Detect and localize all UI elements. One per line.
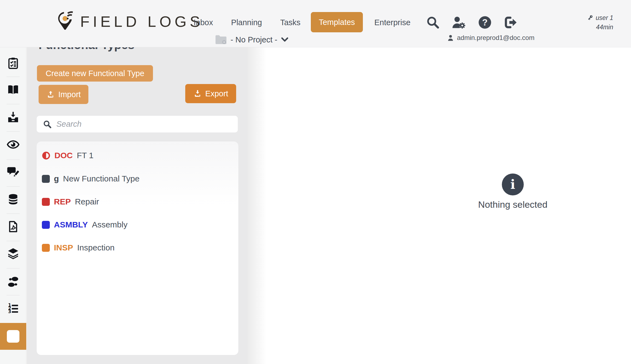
logo-text: FIELD LOGS: [80, 13, 203, 30]
list-item-functional-type[interactable]: ASMBLY Assembly: [37, 218, 238, 231]
type-code: DOC: [54, 151, 73, 160]
sidebar-item-checklist[interactable]: [0, 55, 26, 71]
sidebar-item-layers[interactable]: [0, 245, 26, 261]
shoe-prints-icon: [7, 276, 19, 288]
list-item-functional-type[interactable]: REP Repair: [37, 195, 238, 208]
key-icon: [586, 14, 594, 21]
type-color-swatch: [42, 175, 50, 183]
search-icon-small: [43, 120, 52, 129]
type-name: Repair: [75, 197, 99, 206]
app-root: FIELD LOGS Inbox Planning Tasks Template…: [0, 0, 631, 364]
project-folder-icon: [215, 34, 227, 45]
user-settings-icon[interactable]: [451, 15, 467, 30]
functional-type-icon: [7, 330, 19, 343]
empty-state-text: Nothing selected: [458, 199, 568, 210]
account-email-row: admin.preprod1@doc.com: [447, 34, 534, 42]
nav-tasks[interactable]: Tasks: [280, 17, 300, 28]
functional-types-panel: Functional Types Create new Functional T…: [27, 0, 248, 364]
nav-enterprise[interactable]: Enterprise: [374, 17, 410, 28]
sidebar-item-ordered-list[interactable]: 1 2 3: [0, 301, 26, 317]
layers-icon: [7, 247, 19, 259]
sidebar-divider: [7, 186, 20, 187]
sidebar-item-handbook[interactable]: [0, 82, 26, 98]
type-code: INSP: [54, 243, 73, 252]
session-duration: 44min: [586, 22, 613, 32]
topbar: FIELD LOGS Inbox Planning Tasks Template…: [0, 0, 631, 47]
account-email: admin.preprod1@doc.com: [457, 34, 534, 42]
file-pdf-icon: [7, 220, 19, 233]
nav-inbox[interactable]: Inbox: [194, 17, 213, 28]
fieldlogs-logo: FIELD LOGS: [56, 10, 203, 32]
search-icon[interactable]: [426, 15, 440, 30]
sidebar-divider: [7, 268, 20, 268]
sidebar-item-functional-types-active[interactable]: [0, 323, 26, 350]
open-book-icon: [7, 83, 19, 96]
sidebar-divider: [7, 241, 20, 241]
help-icon[interactable]: ?: [478, 15, 492, 30]
sidebar-item-comments-edit[interactable]: [0, 164, 26, 180]
nav-planning[interactable]: Planning: [231, 17, 262, 28]
checklist-icon: [7, 57, 19, 70]
type-name: Assembly: [92, 220, 128, 229]
type-color-swatch: [42, 244, 50, 252]
list-item-functional-type[interactable]: INSP Inspection: [37, 241, 238, 254]
session-user: user 1: [596, 13, 613, 22]
sidebar-item-pdf[interactable]: [0, 218, 26, 235]
comment-edit-icon: [7, 166, 19, 178]
person-icon: [447, 34, 454, 42]
list-item-functional-type[interactable]: DOC FT 1: [37, 149, 238, 162]
detail-area: i Nothing selected: [248, 0, 631, 364]
svg-text:?: ?: [482, 18, 488, 27]
chevron-down-icon: [280, 36, 289, 43]
sidebar-divider: [7, 131, 20, 132]
import-button[interactable]: Import: [39, 85, 88, 104]
download-icon: [193, 89, 202, 98]
sidebar-divider: [7, 160, 20, 160]
import-button-label: Import: [58, 90, 81, 99]
type-name: New Functional Type: [63, 174, 140, 183]
eye-icon: [7, 138, 19, 151]
type-color-swatch: [42, 221, 50, 229]
type-code: g: [54, 174, 59, 183]
session-info: user 1 44min: [586, 13, 613, 32]
sidebar-item-inbox-import[interactable]: [0, 109, 26, 125]
database-icon: [7, 193, 19, 206]
sidebar-item-footsteps[interactable]: [0, 274, 26, 290]
export-button-label: Export: [205, 89, 228, 98]
sidebar-divider: [7, 213, 20, 214]
export-button[interactable]: Export: [185, 84, 236, 103]
nav-templates-active[interactable]: Templates: [311, 12, 363, 32]
project-selector-label: - No Project -: [231, 35, 277, 44]
fieldlogs-pin-icon: [56, 10, 74, 32]
logout-icon[interactable]: [503, 15, 517, 30]
module-sidebar: 1 2 3: [0, 0, 26, 364]
sidebar-item-database[interactable]: [0, 191, 26, 207]
sidebar-divider: [7, 295, 20, 295]
create-functional-type-button[interactable]: Create new Functional Type: [37, 65, 153, 82]
adjust-icon: [42, 151, 50, 160]
sidebar-divider: [7, 104, 20, 104]
type-code: ASMBLY: [54, 220, 88, 229]
search-input[interactable]: [56, 120, 232, 129]
info-icon: i: [502, 174, 524, 195]
svg-text:3: 3: [8, 309, 11, 314]
sidebar-divider: [7, 77, 20, 77]
list-item-functional-type[interactable]: g New Functional Type: [37, 172, 238, 185]
type-name: FT 1: [77, 151, 94, 160]
sidebar-item-watch[interactable]: [0, 136, 26, 153]
type-code: REP: [54, 197, 71, 206]
project-selector[interactable]: - No Project -: [215, 34, 289, 45]
ordered-list-icon: 1 2 3: [7, 302, 19, 315]
type-name: Inspection: [77, 243, 115, 252]
upload-icon: [46, 90, 55, 99]
type-color-swatch: [42, 198, 50, 206]
functional-types-list: DOC FT 1 g New Functional Type REP Repai…: [37, 141, 238, 355]
search-box: [37, 116, 238, 132]
topbar-icon-group: ?: [426, 15, 517, 30]
inbox-in-icon: [7, 111, 19, 123]
